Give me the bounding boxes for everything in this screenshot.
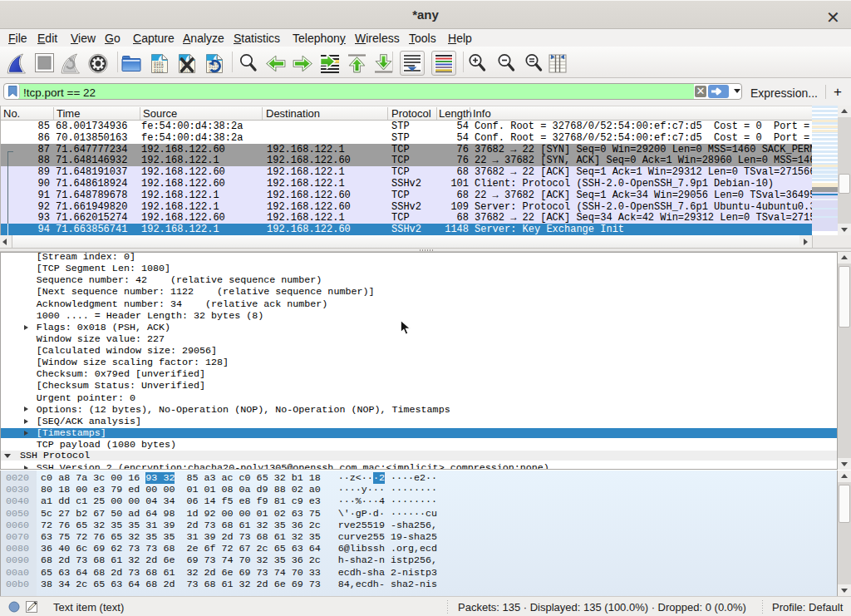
svg-text:0111: 0111 — [154, 69, 164, 73]
